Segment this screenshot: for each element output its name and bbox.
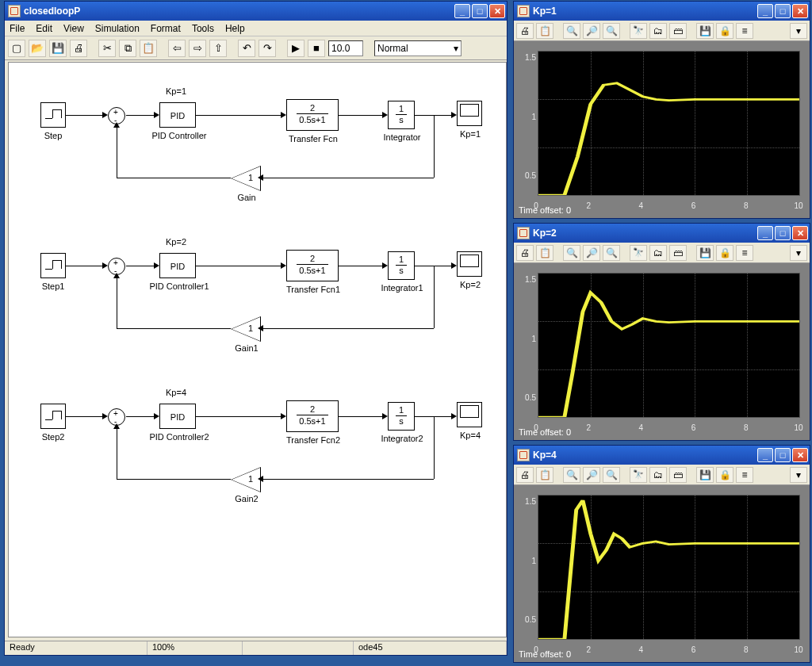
transfer-fcn-block[interactable]: 20.5s+1 [286,250,339,281]
lock-icon[interactable]: 🔒 [716,245,733,261]
menu-help[interactable]: Help [225,23,245,34]
lock-icon[interactable]: 🔒 [716,23,733,39]
transfer-fcn-block[interactable]: 20.5s+1 [286,99,339,131]
minimize-button[interactable]: _ [757,4,773,18]
redo-icon[interactable]: ↷ [259,40,276,57]
step-block[interactable] [40,404,66,429]
copy-icon[interactable]: ⧉ [119,40,136,57]
undo-icon[interactable]: ↶ [238,40,255,57]
print-icon[interactable]: 🖨 [516,23,534,39]
restore-axes-icon[interactable]: 🗃 [669,467,687,483]
save-icon[interactable]: 💾 [49,40,67,57]
params-icon[interactable]: 📋 [536,467,553,483]
signal-sel-icon[interactable]: ≡ [736,245,753,261]
scope-axes[interactable] [538,273,800,418]
pid-block[interactable]: PID [159,253,196,278]
integrator-block[interactable]: 1s [388,101,415,129]
play-icon[interactable]: ▶ [287,40,304,57]
up-icon[interactable]: ⇧ [209,40,227,57]
menu-simulation[interactable]: Simulation [95,23,140,34]
simulation-mode-select[interactable]: Normal ▾ [374,40,462,56]
paste-icon[interactable]: 📋 [140,40,157,57]
step-block[interactable] [40,102,66,128]
close-button[interactable]: ✕ [792,448,808,462]
autoscale-icon[interactable]: 🔭 [630,245,647,261]
scope-titlebar[interactable]: Kp=4 _ □ ✕ [514,446,810,465]
zoom-x-icon[interactable]: 🔎 [583,23,600,39]
open-icon[interactable]: 📂 [29,40,46,57]
scope-block[interactable] [457,402,482,427]
pid-block[interactable]: PID [159,102,196,128]
zoom-y-icon[interactable]: 🔍 [603,23,620,39]
stop-time-input[interactable] [328,40,363,56]
minimize-button[interactable]: _ [757,226,773,240]
simulink-titlebar[interactable]: closedloopP _ □ ✕ [5,2,507,21]
stop-icon[interactable]: ■ [308,40,325,57]
back-icon[interactable]: ⇦ [168,40,186,57]
signal-sel-icon[interactable]: ≡ [736,467,753,483]
print-icon[interactable]: 🖨 [516,245,534,261]
close-button[interactable]: ✕ [489,4,505,18]
scope-title: Kp=4 [533,450,757,461]
signal-sel-icon[interactable]: ≡ [736,23,753,39]
new-icon[interactable]: ▢ [8,40,25,57]
scope-titlebar[interactable]: Kp=1 _ □ ✕ [514,2,810,21]
chevron-icon[interactable]: ▾ [790,467,807,483]
chevron-down-icon: ▾ [454,43,458,54]
menu-format[interactable]: Format [151,23,181,34]
integrator-block[interactable]: 1s [388,402,415,431]
autoscale-icon[interactable]: 🔭 [630,23,647,39]
floating-icon[interactable]: 💾 [696,245,714,261]
zoom-y-icon[interactable]: 🔍 [603,467,620,483]
scope-axes[interactable] [538,495,800,640]
cut-icon[interactable]: ✂ [98,40,116,57]
params-icon[interactable]: 📋 [536,245,553,261]
transfer-fcn-block[interactable]: 20.5s+1 [286,400,339,432]
menu-view[interactable]: View [63,23,84,34]
scope-block[interactable] [457,101,482,126]
model-canvas[interactable]: Kp=1 Step +- PID PID Controller 20.5s+1 … [8,62,507,637]
integrator-label: Integrator1 [378,283,426,293]
zoom-y-icon[interactable]: 🔍 [603,245,620,261]
forward-icon[interactable]: ⇨ [189,40,206,57]
maximize-button[interactable]: □ [775,4,791,18]
maximize-button[interactable]: □ [775,226,791,240]
autoscale-icon[interactable]: 🔭 [630,467,647,483]
zoom-in-icon[interactable]: 🔍 [563,467,580,483]
menu-file[interactable]: File [10,23,25,34]
scope-axes[interactable] [538,51,800,196]
print-icon[interactable]: 🖨 [516,467,534,483]
floating-icon[interactable]: 💾 [696,467,714,483]
save-axes-icon[interactable]: 🗂 [649,467,667,483]
menu-edit[interactable]: Edit [36,23,52,34]
chevron-icon[interactable]: ▾ [790,245,807,261]
integrator-label: Integrator [378,132,426,142]
maximize-button[interactable]: □ [472,4,488,18]
integrator-block[interactable]: 1s [388,251,415,280]
tf-label: Transfer Fcn [282,134,345,144]
restore-axes-icon[interactable]: 🗃 [669,245,687,261]
save-axes-icon[interactable]: 🗂 [649,23,667,39]
zoom-in-icon[interactable]: 🔍 [563,245,580,261]
minimize-button[interactable]: _ [757,448,773,462]
step-block[interactable] [40,253,66,278]
scope-block[interactable] [457,251,482,277]
menu-tools[interactable]: Tools [192,23,214,34]
floating-icon[interactable]: 💾 [696,23,714,39]
minimize-button[interactable]: _ [454,4,470,18]
lock-icon[interactable]: 🔒 [716,467,733,483]
pid-block[interactable]: PID [159,404,196,429]
zoom-x-icon[interactable]: 🔎 [583,467,600,483]
maximize-button[interactable]: □ [775,448,791,462]
save-axes-icon[interactable]: 🗂 [649,245,667,261]
zoom-x-icon[interactable]: 🔎 [583,245,600,261]
params-icon[interactable]: 📋 [536,23,553,39]
close-button[interactable]: ✕ [792,4,808,18]
step-label: Step1 [40,281,66,291]
scope-titlebar[interactable]: Kp=2 _ □ ✕ [514,224,810,243]
restore-axes-icon[interactable]: 🗃 [669,23,687,39]
zoom-in-icon[interactable]: 🔍 [563,23,580,39]
close-button[interactable]: ✕ [792,226,808,240]
chevron-icon[interactable]: ▾ [790,23,807,39]
print-icon[interactable]: 🖨 [70,40,87,57]
